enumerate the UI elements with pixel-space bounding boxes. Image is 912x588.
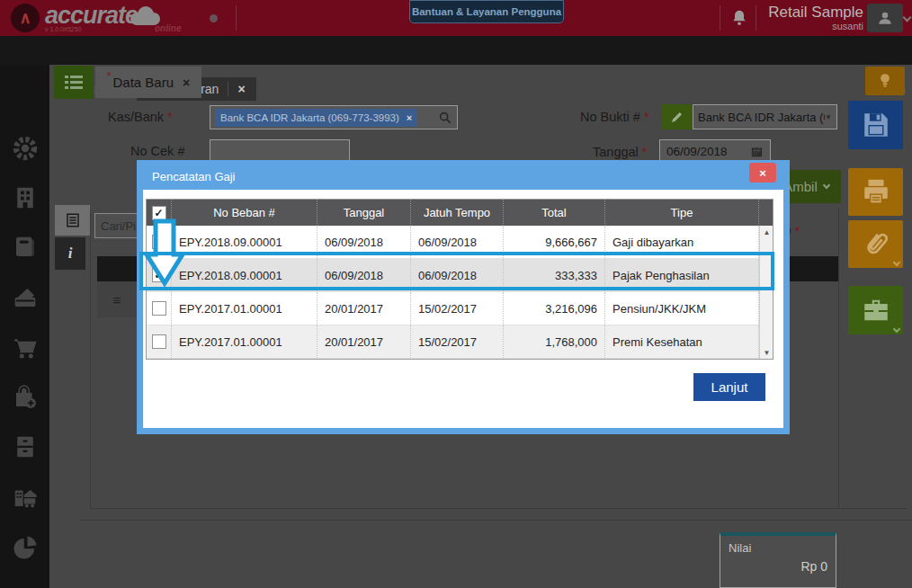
scroll-up-icon[interactable]: ▲ [760,226,773,238]
dropdown-caret-icon: ▼ [825,113,832,121]
nilai-label: Nilai [729,541,751,555]
tanggal-label: Tanggal* [593,145,647,159]
detail-list-icon [65,212,81,228]
info-icon: i [68,245,73,263]
table-row[interactable]: EPY.2017.01.00001 20/01/2017 15/02/2017 … [147,292,759,325]
sidebar-item-settings[interactable] [7,130,43,166]
panel-border [838,209,839,508]
dropdown-value: Bank BCA IDR Jakarta (06 [698,111,825,124]
help-support-button[interactable]: Bantuan & Layanan Pengguna [409,0,564,23]
version-label: v 1.0.0#5250 [45,26,81,32]
cell-total: 3,216,096 [504,292,605,325]
building-icon [12,184,39,211]
search-icon[interactable] [438,111,452,125]
col-total[interactable]: Total [504,200,605,226]
nav-sidebar [0,65,49,588]
logo-caret: ∧ [19,8,31,28]
nilai-summary-box: Nilai Rp 0 [720,532,836,588]
gear-icon [12,135,39,162]
document-tab-label: Data Baru [112,75,174,90]
drag-handle-icon[interactable]: ≡ [113,292,121,307]
col-jatuh-tempo[interactable]: Jatuh Tempo [411,200,504,226]
edit-no-bukti-button[interactable] [661,104,693,129]
cell-total: 1,768,000 [504,325,605,358]
cell-tipe: Premi Kesehatan [605,325,759,358]
sidebar-item-company[interactable] [7,180,43,216]
company-name[interactable]: Retail Sample [684,4,863,20]
tools-button[interactable] [848,286,903,334]
pencatatan-gaji-dialog: Pencatatan Gaji × No Beban # Tanggal Jat… [137,160,790,434]
cell-jatuh-tempo: 15/02/2017 [411,325,504,358]
col-tipe[interactable]: Tipe [605,200,759,226]
attachment-chevron-icon [893,259,900,266]
detail-table-header [790,256,838,281]
detail-list-tab[interactable] [55,205,90,236]
table-row[interactable]: EPY.2017.01.00001 20/01/2017 15/02/2017 … [147,325,759,359]
app-root: ∧ accurate online v 1.0.0#5250 Bantuan &… [0,0,912,588]
cell-tanggal: 20/01/2017 [317,292,411,325]
tag-label: Bank BCA IDR Jakarta (069-773-3993) [220,112,399,123]
col-no-beban[interactable]: No Beban # [172,200,317,226]
row-checkbox[interactable] [152,334,166,349]
drawer-cabinet-icon [12,433,39,460]
nilai-value: Rp 0 [800,559,827,574]
cell-tipe: Pensiun/JKK/JKM [605,292,759,325]
brand-online-label: online [155,23,181,33]
sidebar-item-sales[interactable] [7,329,43,365]
sidebar-item-journal[interactable] [7,229,43,265]
row-checkbox[interactable] [152,301,166,316]
sidebar-item-reports[interactable] [7,530,43,566]
printer-icon [861,177,891,208]
save-button[interactable] [848,101,903,149]
cell-jatuh-tempo: 15/02/2017 [411,292,504,325]
document-tab-close-icon[interactable]: × [183,76,190,90]
user-avatar[interactable] [867,4,903,32]
no-cek-label: No Cek # [130,144,184,158]
required-asterisk: * [795,223,800,238]
sidebar-item-inventory[interactable] [7,429,43,465]
detail-table-row[interactable]: ≡ [97,281,137,317]
save-floppy-icon [861,110,891,140]
topbar-divider [236,5,237,31]
dialog-close-button[interactable]: × [749,163,776,183]
scroll-down-icon[interactable]: ▼ [760,346,773,359]
no-bukti-label: No Bukti #* [580,110,649,124]
attachment-button[interactable] [848,220,903,268]
calendar-icon[interactable] [750,145,764,158]
user-menu-chevron-icon[interactable] [903,13,912,22]
sidebar-item-purchases[interactable] [7,379,43,415]
tanggal-value: 06/09/2018 [666,145,728,158]
hint-button[interactable] [865,67,905,95]
paperclip-icon [854,223,898,266]
annotation-row-highlight [139,252,774,290]
data-list-button[interactable] [54,66,94,99]
kas-bank-selected-tag: Bank BCA IDR Jakarta (069-773-3993) × [215,109,417,127]
panel-border [90,508,907,509]
dialog-body: No Beban # Tanggal Jatuh Tempo Total Tip… [143,190,783,427]
table-scrollbar[interactable]: ▲ ▼ [759,226,773,359]
close-icon: × [759,166,766,180]
tab-close-icon[interactable]: × [228,82,245,96]
document-tab-data-baru[interactable]: * Data Baru × [95,67,201,98]
col-tanggal[interactable]: Tanggal [317,200,411,226]
book-icon [12,234,39,261]
sidebar-item-fixed-assets[interactable] [7,479,43,515]
pencil-icon [670,110,684,124]
dialog-title: Pencatatan Gaji [142,165,784,191]
no-bukti-dropdown[interactable]: Bank BCA IDR Jakarta (06 ▼ [693,104,837,129]
person-icon [876,9,894,27]
list-icon [63,73,85,93]
info-tab[interactable]: i [55,237,85,270]
lightbulb-icon [877,72,893,90]
tag-remove-icon[interactable]: × [407,112,412,123]
bag-plus-icon [12,384,39,411]
required-asterisk: * [167,110,173,124]
kas-bank-label: Kas/Bank* [108,110,173,124]
lanjut-button[interactable]: Lanjut [693,373,765,401]
print-button[interactable] [848,168,903,216]
kas-bank-input[interactable]: Bank BCA IDR Jakarta (069-773-3993) × [210,105,458,129]
cell-no-beban: EPY.2017.01.00001 [172,292,317,325]
sidebar-item-cash-bank[interactable] [7,280,43,316]
user-name: susanti [684,21,863,31]
required-asterisk: * [642,145,648,159]
